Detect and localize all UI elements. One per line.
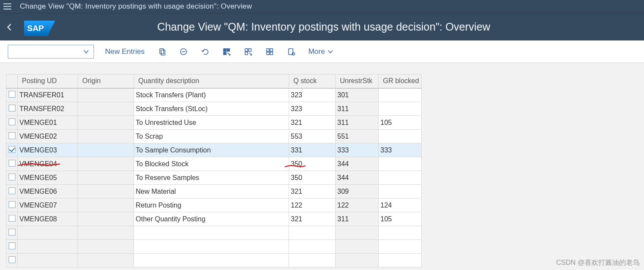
row-checkbox[interactable] [9, 132, 16, 139]
cell-blank[interactable] [336, 240, 379, 254]
select-block-icon[interactable] [242, 46, 254, 58]
row-checkbox[interactable] [9, 201, 16, 208]
cell-blank[interactable] [18, 226, 78, 240]
cell-blank[interactable] [379, 240, 422, 254]
table-row[interactable]: VMENGE04To Blocked Stock350344 [6, 157, 422, 171]
cell-blank[interactable] [336, 226, 379, 240]
col-header-qty-desc[interactable]: Quantity description [134, 74, 289, 88]
cell-unrestr[interactable]: 311 [336, 116, 379, 130]
cell-origin[interactable] [78, 171, 134, 185]
cell-posting-ud[interactable]: VMENGE01 [18, 116, 78, 130]
row-select-cell[interactable] [6, 185, 18, 199]
cell-qty-desc[interactable]: To Reserve Samples [134, 171, 289, 185]
row-select-cell[interactable] [6, 254, 18, 267]
cell-qty-desc[interactable]: To Sample Consumption [134, 143, 289, 157]
cell-origin[interactable] [78, 199, 134, 212]
cell-blank[interactable] [336, 254, 379, 267]
cell-qty-desc[interactable]: To Scrap [134, 130, 289, 143]
row-select-cell[interactable] [6, 171, 18, 185]
row-select-cell[interactable] [6, 116, 18, 130]
more-button[interactable]: More [308, 45, 335, 59]
cell-unrestr[interactable]: 311 [336, 102, 379, 116]
new-entries-button[interactable]: New Entries [104, 45, 146, 59]
col-header-select[interactable] [6, 74, 18, 88]
cell-gr-blocked[interactable] [379, 102, 422, 116]
cell-gr-blocked[interactable]: 105 [379, 116, 422, 130]
table-row-blank[interactable] [6, 240, 422, 254]
cell-blank[interactable] [289, 254, 336, 267]
cell-origin[interactable] [78, 130, 134, 143]
undo-icon[interactable] [199, 46, 211, 58]
row-select-cell[interactable] [6, 102, 18, 116]
cell-origin[interactable] [78, 212, 134, 226]
cell-qty-desc[interactable]: Return Posting [134, 199, 289, 212]
row-select-cell[interactable] [6, 143, 18, 157]
cell-gr-blocked[interactable] [379, 185, 422, 199]
table-row[interactable]: VMENGE07Return Posting122122124 [6, 199, 422, 212]
row-checkbox[interactable] [9, 174, 16, 180]
cell-q-stock[interactable]: 321 [289, 185, 336, 199]
cell-posting-ud[interactable]: TRANSFER01 [18, 88, 78, 102]
cell-blank[interactable] [289, 240, 336, 254]
display-variant-select[interactable] [8, 45, 94, 59]
row-select-cell[interactable] [6, 226, 18, 240]
cell-gr-blocked[interactable] [379, 88, 422, 102]
cell-posting-ud[interactable]: TRANSFER02 [18, 102, 78, 116]
cell-q-stock[interactable]: 321 [289, 116, 336, 130]
cell-posting-ud[interactable]: VMENGE03 [18, 143, 78, 157]
cell-unrestr[interactable]: 122 [336, 199, 379, 212]
cell-qty-desc[interactable]: Stock Transfers (Plant) [134, 88, 289, 102]
cell-qty-desc[interactable]: New Material [134, 185, 289, 199]
cell-unrestr[interactable]: 333 [336, 143, 379, 157]
row-select-cell[interactable] [6, 88, 18, 102]
row-select-cell[interactable] [6, 157, 18, 171]
cell-blank[interactable] [18, 240, 78, 254]
cell-unrestr[interactable]: 344 [336, 171, 379, 185]
table-row[interactable]: VMENGE02To Scrap553551 [6, 130, 422, 143]
cell-posting-ud[interactable]: VMENGE05 [18, 171, 78, 185]
cell-qty-desc[interactable]: Other Quantity Posting [134, 212, 289, 226]
table-row[interactable]: VMENGE08Other Quantity Posting321311105 [6, 212, 422, 226]
cell-unrestr[interactable]: 301 [336, 88, 379, 102]
cell-origin[interactable] [78, 102, 134, 116]
cell-gr-blocked[interactable]: 124 [379, 199, 422, 212]
menu-icon[interactable] [3, 2, 12, 11]
cell-q-stock[interactable]: 122 [289, 199, 336, 212]
inventory-postings-table[interactable]: Posting UD Origin Quantity description Q… [6, 74, 422, 267]
col-header-gr-blocked[interactable]: GR blocked [379, 74, 422, 88]
cell-gr-blocked[interactable]: 105 [379, 212, 422, 226]
col-header-origin[interactable]: Origin [78, 74, 134, 88]
cell-gr-blocked[interactable]: 333 [379, 143, 422, 157]
table-row-blank[interactable] [6, 226, 422, 240]
row-select-cell[interactable] [6, 240, 18, 254]
cell-posting-ud[interactable]: VMENGE06 [18, 185, 78, 199]
row-select-cell[interactable] [6, 130, 18, 143]
col-header-unrestr[interactable]: UnrestrStk [336, 74, 379, 88]
copy-icon[interactable] [156, 46, 168, 58]
row-checkbox[interactable] [9, 256, 16, 263]
table-row[interactable]: VMENGE01To Unrestricted Use321311105 [6, 116, 422, 130]
row-checkbox[interactable] [9, 160, 16, 167]
row-checkbox[interactable] [9, 215, 16, 222]
row-checkbox[interactable] [9, 242, 16, 249]
row-checkbox[interactable] [9, 105, 16, 112]
cell-blank[interactable] [379, 226, 422, 240]
table-row[interactable]: VMENGE03To Sample Consumption331333333 [6, 143, 422, 157]
cell-qty-desc[interactable]: To Blocked Stock [134, 157, 289, 171]
row-checkbox[interactable] [9, 187, 16, 194]
cell-blank[interactable] [78, 240, 134, 254]
cell-gr-blocked[interactable] [379, 157, 422, 171]
row-checkbox[interactable] [9, 229, 16, 236]
cell-q-stock[interactable]: 350 [289, 157, 336, 171]
cell-unrestr[interactable]: 551 [336, 130, 379, 143]
cell-origin[interactable] [78, 116, 134, 130]
cell-origin[interactable] [78, 185, 134, 199]
deselect-all-icon[interactable] [264, 46, 276, 58]
table-row[interactable]: TRANSFER02Stock Transfers (StLoc)323311 [6, 102, 422, 116]
cell-blank[interactable] [18, 254, 78, 267]
table-row[interactable]: VMENGE05To Reserve Samples350344 [6, 171, 422, 185]
cell-q-stock[interactable]: 323 [289, 88, 336, 102]
row-checkbox[interactable] [9, 118, 16, 125]
row-select-cell[interactable] [6, 212, 18, 226]
cell-q-stock[interactable]: 553 [289, 130, 336, 143]
